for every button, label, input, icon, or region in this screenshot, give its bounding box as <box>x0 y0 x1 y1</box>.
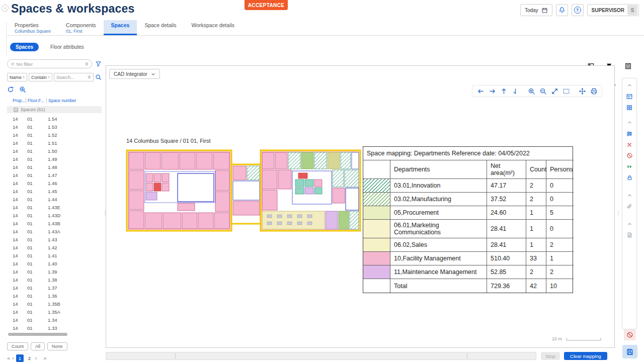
collapse-section-button[interactable] <box>624 80 635 90</box>
space-row[interactable]: 14 01 1.47 <box>7 171 102 179</box>
column-header-property[interactable]: Prop... <box>7 98 26 103</box>
column-header-floor[interactable]: Floor.F... <box>26 98 46 103</box>
status-badge[interactable]: ACCEPTANCE <box>245 0 288 10</box>
page-button[interactable]: 2 <box>26 354 33 362</box>
space-row[interactable]: 14 01 1.54 <box>7 115 102 123</box>
attachment-button[interactable] <box>624 202 635 211</box>
space-row[interactable]: 14 01 1.50 <box>7 147 102 155</box>
search-icon[interactable] <box>95 74 102 80</box>
list-horizontal-scrollbar[interactable] <box>7 333 102 336</box>
blocked-action-button[interactable] <box>624 329 636 340</box>
collapse-section-button[interactable] <box>624 191 635 200</box>
tab-item[interactable]: Workspace details <box>184 20 242 35</box>
pan-down-button[interactable] <box>510 86 520 96</box>
select-all-button[interactable]: All <box>31 342 45 350</box>
pan-left-button[interactable] <box>475 86 486 96</box>
clear-search-icon[interactable]: ⊗ <box>87 75 91 79</box>
space-row[interactable]: 14 01 1.52 <box>7 131 102 139</box>
block-action-button[interactable] <box>624 151 635 160</box>
right-splitter-handle[interactable]: ⋮ <box>616 210 621 216</box>
prev-page-button[interactable]: ‹ <box>12 355 14 361</box>
collapse-section-button[interactable] <box>624 219 635 229</box>
subtab-item[interactable]: Spaces <box>10 43 39 51</box>
pan-right-button[interactable] <box>487 86 497 96</box>
group-checkbox[interactable]: ✓ <box>14 108 18 112</box>
search-input[interactable] <box>56 75 86 80</box>
space-row[interactable]: 14 01 1.40 <box>7 259 102 267</box>
space-row[interactable]: 14 01 1.39 <box>7 267 102 276</box>
space-row[interactable]: 14 01 1.36 <box>7 292 102 300</box>
space-row[interactable]: 14 01 1.42 <box>7 243 102 251</box>
subtab-item[interactable]: Floor attributes <box>45 43 90 51</box>
collapse-section-button[interactable] <box>624 118 635 127</box>
space-row[interactable]: 14 01 1.43D <box>7 211 102 219</box>
group-row[interactable]: ✓ Spaces (61) <box>7 106 102 113</box>
stop-button[interactable]: Stop <box>541 352 560 360</box>
space-row[interactable]: 14 01 1.34 <box>7 316 102 324</box>
today-button[interactable]: Today <box>520 4 552 16</box>
next-page-button[interactable]: › <box>35 355 37 361</box>
save-button[interactable] <box>622 345 637 358</box>
last-page-button[interactable]: » <box>43 355 46 361</box>
refresh-button[interactable] <box>7 86 14 93</box>
left-splitter-handle[interactable]: ⋮ <box>103 210 108 216</box>
space-row[interactable]: 14 01 1.33 <box>7 324 102 332</box>
lock-button[interactable] <box>624 173 635 183</box>
cad-canvas[interactable]: CAD Integrator 14 Columbus Square / 01 0… <box>106 65 615 348</box>
help-button[interactable]: ? <box>572 4 584 16</box>
zoom-window-button[interactable] <box>561 86 571 96</box>
pan-up-button[interactable] <box>499 86 509 96</box>
tab-item[interactable]: Properties Columbus Square <box>7 20 58 35</box>
tab-item[interactable]: Components 01, First <box>58 20 104 35</box>
space-row[interactable]: 14 01 1.48 <box>7 163 102 171</box>
calculator-button[interactable] <box>624 62 632 70</box>
space-row[interactable]: 14 01 1.43 <box>7 235 102 243</box>
space-row[interactable]: 14 01 1.53 <box>7 123 102 131</box>
sliders-button[interactable] <box>624 129 635 138</box>
search-operator-select[interactable]: Contain ↕ <box>29 73 52 81</box>
space-row[interactable]: 14 01 1.38 <box>7 276 102 284</box>
space-row[interactable]: 14 01 1.41 <box>7 251 102 259</box>
filter-funnel-icon[interactable] <box>95 60 102 67</box>
user-menu-button[interactable]: SUPERVISOR S <box>587 4 639 16</box>
column-header-space-number[interactable]: Space number <box>46 98 102 103</box>
space-row[interactable]: 14 01 1.43B <box>7 219 102 227</box>
space-row[interactable]: 14 01 1.44 <box>7 195 102 203</box>
pan-hand-button[interactable] <box>577 86 587 96</box>
collapse-right-panel-button[interactable]: ‹ <box>614 81 616 87</box>
footer-drag-handle[interactable]: ⋮ <box>173 353 178 359</box>
notifications-button[interactable] <box>556 4 568 16</box>
zoom-in-button[interactable] <box>526 86 536 96</box>
scrollbar-thumb[interactable] <box>8 333 67 336</box>
tab-item[interactable]: Spaces <box>104 20 137 35</box>
space-row[interactable]: 14 01 1.46 <box>7 179 102 187</box>
space-row[interactable]: 14 01 1.43A <box>7 227 102 235</box>
floorplan-drawing[interactable] <box>125 145 362 235</box>
count-button[interactable]: Count <box>7 342 28 350</box>
clear-selection-button[interactable] <box>624 140 635 149</box>
space-row[interactable]: 14 01 1.49 <box>7 155 102 163</box>
select-none-button[interactable]: None <box>47 342 67 350</box>
bottom-scrollbar[interactable]: ⋮ ⋮ <box>106 352 536 360</box>
cad-integrator-dropdown[interactable]: CAD Integrator <box>109 69 160 79</box>
tab-item[interactable]: Space details <box>137 20 184 35</box>
collapse-panel-toggle[interactable]: › <box>2 5 9 12</box>
zoom-out-button[interactable] <box>538 86 548 96</box>
search-field-select[interactable]: Name ↕ <box>7 73 27 81</box>
first-page-button[interactable]: « <box>7 355 10 361</box>
document-button[interactable] <box>624 230 635 240</box>
data-table-button[interactable] <box>624 92 635 101</box>
advanced-search-button[interactable] <box>19 86 26 93</box>
space-row[interactable]: 14 01 1.45 <box>7 187 102 195</box>
space-row[interactable]: 14 01 1.51 <box>7 139 102 147</box>
page-button[interactable]: 1 <box>16 354 24 362</box>
space-row[interactable]: 14 01 1.35B <box>7 300 102 308</box>
print-button[interactable] <box>589 86 599 96</box>
app-grid-button[interactable] <box>624 103 635 112</box>
run-action-button[interactable] <box>624 162 635 171</box>
clear-filter-icon[interactable]: ⊗ <box>85 62 89 66</box>
clear-mapping-button[interactable]: Clear mapping <box>564 352 607 360</box>
space-row[interactable]: 14 01 1.35A <box>7 308 102 316</box>
space-row[interactable]: 14 01 1.43E <box>7 203 102 211</box>
footer-drag-handle[interactable]: ⋮ <box>464 353 470 359</box>
